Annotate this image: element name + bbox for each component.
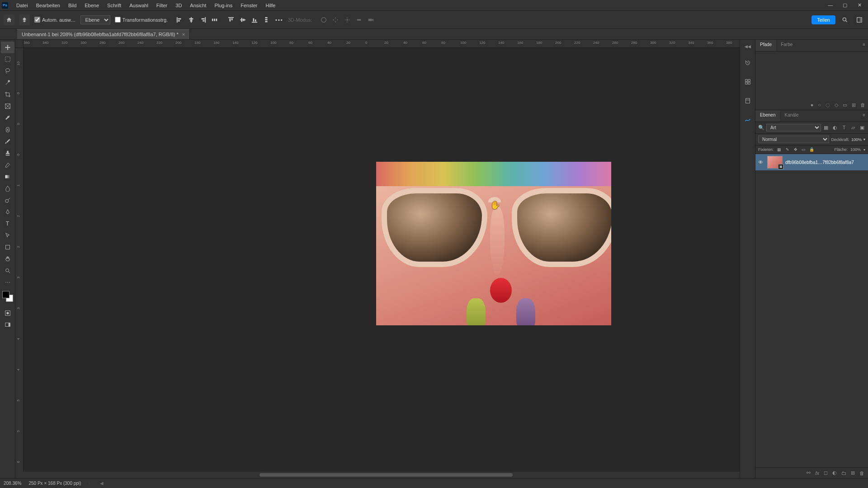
menu-ansicht[interactable]: Ansicht bbox=[186, 1, 210, 9]
doc-info[interactable]: 250 Px × 168 Px (300 ppi) bbox=[28, 481, 81, 486]
menu-filter[interactable]: Filter bbox=[153, 1, 171, 9]
visibility-toggle-icon[interactable]: 👁 bbox=[758, 160, 764, 165]
menu-hilfe[interactable]: Hilfe bbox=[262, 1, 279, 9]
layer-thumbnail[interactable]: ▣ bbox=[767, 156, 783, 169]
wand-tool[interactable] bbox=[1, 77, 14, 89]
close-tab-icon[interactable]: × bbox=[182, 32, 185, 37]
selection-to-path-icon[interactable]: ◇ bbox=[835, 102, 838, 108]
camera-3d-icon[interactable] bbox=[366, 15, 375, 24]
auto-select-checkbox[interactable]: Autom. ausw… bbox=[34, 17, 76, 23]
orbit-3d-icon[interactable] bbox=[319, 15, 328, 24]
menu-datei[interactable]: Datei bbox=[13, 1, 32, 9]
properties-panel-icon[interactable] bbox=[743, 77, 753, 87]
adjustments-panel-icon[interactable] bbox=[743, 115, 753, 125]
fg-color-swatch[interactable] bbox=[2, 291, 9, 298]
blend-mode-select[interactable]: Normal bbox=[758, 136, 829, 143]
menu-ebene[interactable]: Ebene bbox=[81, 1, 103, 9]
gradient-tool[interactable] bbox=[1, 171, 14, 183]
edit-toolbar-icon[interactable]: ⋯ bbox=[1, 277, 14, 288]
minimize-icon[interactable]: — bbox=[826, 2, 835, 8]
auto-select-target[interactable]: Ebene bbox=[80, 15, 110, 24]
menu-bearbeiten[interactable]: Bearbeiten bbox=[33, 1, 64, 9]
blur-tool[interactable] bbox=[1, 183, 14, 194]
stroke-path-icon[interactable]: ○ bbox=[818, 102, 821, 108]
link-layers-icon[interactable]: ⚯ bbox=[807, 470, 811, 476]
tab-farbe[interactable]: Farbe bbox=[776, 40, 797, 51]
search-icon[interactable]: 🔍 bbox=[758, 125, 764, 131]
filter-shape-icon[interactable]: ▱ bbox=[850, 125, 856, 131]
filter-type-select[interactable]: Art bbox=[766, 124, 821, 131]
transform-controls-input[interactable] bbox=[115, 17, 121, 23]
lasso-tool[interactable] bbox=[1, 65, 14, 77]
align-bottom-icon[interactable] bbox=[250, 15, 259, 24]
stamp-tool[interactable] bbox=[1, 147, 14, 159]
align-left-icon[interactable] bbox=[175, 15, 184, 24]
lock-transparency-icon[interactable]: ▦ bbox=[777, 147, 782, 152]
eraser-tool[interactable] bbox=[1, 159, 14, 171]
align-vcenter-icon[interactable] bbox=[238, 15, 247, 24]
new-layer-icon[interactable]: ⊞ bbox=[851, 470, 855, 476]
opacity-value[interactable]: 100% bbox=[851, 137, 862, 142]
menu-auswahl[interactable]: Auswahl bbox=[126, 1, 152, 9]
auto-select-input[interactable] bbox=[34, 17, 40, 23]
lock-pixels-icon[interactable]: ✎ bbox=[785, 147, 790, 152]
shape-tool[interactable] bbox=[1, 241, 14, 253]
pfade-panel-body[interactable]: ● ○ ◌ ◇ ▭ ⊞ 🗑 bbox=[755, 52, 868, 110]
lock-artboard-icon[interactable]: ▭ bbox=[801, 147, 807, 152]
zoom-tool[interactable] bbox=[1, 265, 14, 277]
libraries-panel-icon[interactable] bbox=[743, 96, 753, 106]
lock-position-icon[interactable]: ✥ bbox=[793, 147, 798, 152]
align-right-icon[interactable] bbox=[198, 15, 208, 24]
align-hcenter-icon[interactable] bbox=[187, 15, 196, 24]
heal-tool[interactable] bbox=[1, 124, 14, 136]
canvas-image[interactable]: ✋ bbox=[376, 162, 611, 325]
maximize-icon[interactable]: ▢ bbox=[841, 2, 849, 8]
eyedropper-tool[interactable] bbox=[1, 112, 14, 124]
horizontal-ruler[interactable]: 3603403203002802602402202001801601401201… bbox=[24, 40, 740, 48]
move-tool[interactable] bbox=[1, 42, 14, 53]
hand-tool[interactable] bbox=[1, 253, 14, 265]
expand-panels-icon[interactable]: ◀◀ bbox=[745, 44, 751, 49]
add-mask-path-icon[interactable]: ▭ bbox=[843, 102, 847, 108]
close-icon[interactable]: ✕ bbox=[855, 2, 863, 8]
menu-bild[interactable]: Bild bbox=[65, 1, 80, 9]
color-swatches[interactable] bbox=[2, 291, 13, 302]
tab-kanaele[interactable]: Kanäle bbox=[780, 110, 803, 122]
menu-3d[interactable]: 3D bbox=[172, 1, 185, 9]
scroll-left-icon[interactable]: ◀ bbox=[100, 481, 104, 486]
filter-adjust-icon[interactable]: ◐ bbox=[832, 125, 838, 131]
share-button[interactable]: Teilen bbox=[811, 15, 835, 24]
pen-tool[interactable] bbox=[1, 206, 14, 218]
ruler-origin[interactable] bbox=[15, 40, 24, 48]
history-panel-icon[interactable] bbox=[743, 58, 753, 68]
horizontal-scrollbar[interactable] bbox=[15, 472, 740, 478]
menu-plugins[interactable]: Plug-ins bbox=[211, 1, 236, 9]
marquee-tool[interactable] bbox=[1, 53, 14, 65]
home-button[interactable] bbox=[4, 14, 14, 25]
adjustment-layer-icon[interactable]: ◐ bbox=[832, 470, 837, 476]
filter-smart-icon[interactable]: ▣ bbox=[859, 125, 865, 131]
type-tool[interactable]: T bbox=[1, 218, 14, 230]
path-to-selection-icon[interactable]: ◌ bbox=[826, 102, 830, 108]
vertical-ruler[interactable]: 100001223344556 bbox=[15, 48, 24, 472]
fill-path-icon[interactable]: ● bbox=[811, 102, 814, 108]
lock-all-icon[interactable]: 🔒 bbox=[809, 147, 815, 152]
zoom-readout[interactable]: 208.36% bbox=[4, 481, 21, 486]
filter-pixel-icon[interactable]: ▦ bbox=[823, 125, 829, 131]
new-path-icon[interactable]: ⊞ bbox=[852, 102, 856, 108]
screenmode-tool[interactable] bbox=[1, 319, 14, 331]
canvas-viewport[interactable]: ✋ bbox=[24, 48, 740, 472]
opacity-dropdown-icon[interactable]: ▾ bbox=[863, 137, 865, 141]
status-chevron-icon[interactable]: 〉 bbox=[88, 480, 93, 487]
quickmask-tool[interactable] bbox=[1, 307, 14, 319]
slide-3d-icon[interactable] bbox=[354, 15, 363, 24]
tab-pfade[interactable]: Pfade bbox=[755, 40, 776, 51]
dodge-tool[interactable] bbox=[1, 194, 14, 206]
dolly-3d-icon[interactable] bbox=[343, 15, 352, 24]
menu-schrift[interactable]: Schrift bbox=[104, 1, 125, 9]
group-icon[interactable]: 🗀 bbox=[841, 470, 846, 476]
fill-dropdown-icon[interactable]: ▾ bbox=[863, 148, 865, 152]
pfade-menu-icon[interactable]: ≡ bbox=[860, 40, 868, 51]
fill-value[interactable]: 100% bbox=[850, 147, 861, 152]
search-icon[interactable] bbox=[840, 15, 850, 25]
